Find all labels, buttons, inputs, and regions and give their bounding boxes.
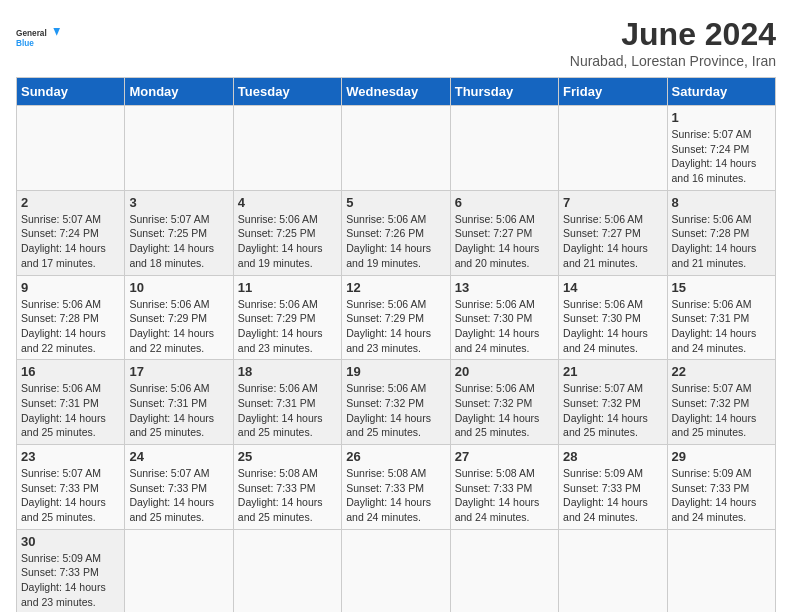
calendar-day-cell [342, 529, 450, 612]
calendar-day-cell: 29Sunrise: 5:09 AMSunset: 7:33 PMDayligh… [667, 445, 775, 530]
day-info: Sunrise: 5:06 AMSunset: 7:30 PMDaylight:… [455, 297, 554, 356]
calendar-day-cell [342, 106, 450, 191]
day-number: 1 [672, 110, 771, 125]
day-number: 2 [21, 195, 120, 210]
calendar-day-cell: 20Sunrise: 5:06 AMSunset: 7:32 PMDayligh… [450, 360, 558, 445]
calendar-day-cell [559, 106, 667, 191]
calendar-day-cell: 9Sunrise: 5:06 AMSunset: 7:28 PMDaylight… [17, 275, 125, 360]
day-number: 15 [672, 280, 771, 295]
day-info: Sunrise: 5:06 AMSunset: 7:27 PMDaylight:… [563, 212, 662, 271]
day-info: Sunrise: 5:07 AMSunset: 7:33 PMDaylight:… [129, 466, 228, 525]
calendar-day-cell: 6Sunrise: 5:06 AMSunset: 7:27 PMDaylight… [450, 190, 558, 275]
calendar-day-cell [667, 529, 775, 612]
day-number: 17 [129, 364, 228, 379]
day-number: 27 [455, 449, 554, 464]
day-info: Sunrise: 5:08 AMSunset: 7:33 PMDaylight:… [346, 466, 445, 525]
calendar-day-cell: 13Sunrise: 5:06 AMSunset: 7:30 PMDayligh… [450, 275, 558, 360]
calendar-day-cell: 25Sunrise: 5:08 AMSunset: 7:33 PMDayligh… [233, 445, 341, 530]
logo: General Blue [16, 16, 60, 60]
day-info: Sunrise: 5:07 AMSunset: 7:32 PMDaylight:… [563, 381, 662, 440]
day-number: 10 [129, 280, 228, 295]
calendar-day-cell [125, 106, 233, 191]
day-number: 30 [21, 534, 120, 549]
weekday-header-row: SundayMondayTuesdayWednesdayThursdayFrid… [17, 78, 776, 106]
calendar-day-cell: 14Sunrise: 5:06 AMSunset: 7:30 PMDayligh… [559, 275, 667, 360]
day-number: 13 [455, 280, 554, 295]
day-info: Sunrise: 5:08 AMSunset: 7:33 PMDaylight:… [238, 466, 337, 525]
day-info: Sunrise: 5:07 AMSunset: 7:25 PMDaylight:… [129, 212, 228, 271]
calendar-day-cell: 26Sunrise: 5:08 AMSunset: 7:33 PMDayligh… [342, 445, 450, 530]
calendar-day-cell: 5Sunrise: 5:06 AMSunset: 7:26 PMDaylight… [342, 190, 450, 275]
calendar-week-row: 30Sunrise: 5:09 AMSunset: 7:33 PMDayligh… [17, 529, 776, 612]
day-number: 20 [455, 364, 554, 379]
calendar-day-cell [450, 106, 558, 191]
day-info: Sunrise: 5:06 AMSunset: 7:28 PMDaylight:… [21, 297, 120, 356]
day-info: Sunrise: 5:06 AMSunset: 7:31 PMDaylight:… [238, 381, 337, 440]
calendar-day-cell [233, 106, 341, 191]
day-info: Sunrise: 5:06 AMSunset: 7:32 PMDaylight:… [346, 381, 445, 440]
calendar-day-cell: 15Sunrise: 5:06 AMSunset: 7:31 PMDayligh… [667, 275, 775, 360]
day-number: 6 [455, 195, 554, 210]
location-subheading: Nurabad, Lorestan Province, Iran [570, 53, 776, 69]
day-number: 19 [346, 364, 445, 379]
day-number: 26 [346, 449, 445, 464]
day-info: Sunrise: 5:06 AMSunset: 7:26 PMDaylight:… [346, 212, 445, 271]
calendar-day-cell: 23Sunrise: 5:07 AMSunset: 7:33 PMDayligh… [17, 445, 125, 530]
calendar-week-row: 23Sunrise: 5:07 AMSunset: 7:33 PMDayligh… [17, 445, 776, 530]
calendar-day-cell: 11Sunrise: 5:06 AMSunset: 7:29 PMDayligh… [233, 275, 341, 360]
day-info: Sunrise: 5:06 AMSunset: 7:29 PMDaylight:… [129, 297, 228, 356]
calendar-day-cell: 24Sunrise: 5:07 AMSunset: 7:33 PMDayligh… [125, 445, 233, 530]
calendar-day-cell: 30Sunrise: 5:09 AMSunset: 7:33 PMDayligh… [17, 529, 125, 612]
day-info: Sunrise: 5:06 AMSunset: 7:32 PMDaylight:… [455, 381, 554, 440]
calendar-day-cell: 18Sunrise: 5:06 AMSunset: 7:31 PMDayligh… [233, 360, 341, 445]
day-number: 4 [238, 195, 337, 210]
calendar-day-cell: 22Sunrise: 5:07 AMSunset: 7:32 PMDayligh… [667, 360, 775, 445]
day-number: 29 [672, 449, 771, 464]
day-number: 8 [672, 195, 771, 210]
calendar-table: SundayMondayTuesdayWednesdayThursdayFrid… [16, 77, 776, 612]
day-info: Sunrise: 5:06 AMSunset: 7:28 PMDaylight:… [672, 212, 771, 271]
weekday-header-sunday: Sunday [17, 78, 125, 106]
month-year-heading: June 2024 [570, 16, 776, 53]
day-info: Sunrise: 5:06 AMSunset: 7:31 PMDaylight:… [672, 297, 771, 356]
day-info: Sunrise: 5:09 AMSunset: 7:33 PMDaylight:… [21, 551, 120, 610]
day-number: 12 [346, 280, 445, 295]
weekday-header-wednesday: Wednesday [342, 78, 450, 106]
day-info: Sunrise: 5:07 AMSunset: 7:33 PMDaylight:… [21, 466, 120, 525]
calendar-day-cell [233, 529, 341, 612]
calendar-day-cell [125, 529, 233, 612]
calendar-week-row: 16Sunrise: 5:06 AMSunset: 7:31 PMDayligh… [17, 360, 776, 445]
weekday-header-monday: Monday [125, 78, 233, 106]
calendar-day-cell: 3Sunrise: 5:07 AMSunset: 7:25 PMDaylight… [125, 190, 233, 275]
weekday-header-friday: Friday [559, 78, 667, 106]
day-info: Sunrise: 5:07 AMSunset: 7:24 PMDaylight:… [672, 127, 771, 186]
day-number: 18 [238, 364, 337, 379]
calendar-day-cell [450, 529, 558, 612]
day-info: Sunrise: 5:06 AMSunset: 7:29 PMDaylight:… [238, 297, 337, 356]
svg-marker-2 [53, 28, 60, 36]
calendar-day-cell: 17Sunrise: 5:06 AMSunset: 7:31 PMDayligh… [125, 360, 233, 445]
day-info: Sunrise: 5:06 AMSunset: 7:30 PMDaylight:… [563, 297, 662, 356]
page-header: General Blue June 2024 Nurabad, Lorestan… [16, 16, 776, 69]
calendar-week-row: 9Sunrise: 5:06 AMSunset: 7:28 PMDaylight… [17, 275, 776, 360]
calendar-day-cell: 4Sunrise: 5:06 AMSunset: 7:25 PMDaylight… [233, 190, 341, 275]
day-number: 16 [21, 364, 120, 379]
calendar-day-cell: 2Sunrise: 5:07 AMSunset: 7:24 PMDaylight… [17, 190, 125, 275]
calendar-day-cell: 19Sunrise: 5:06 AMSunset: 7:32 PMDayligh… [342, 360, 450, 445]
day-number: 21 [563, 364, 662, 379]
calendar-day-cell: 27Sunrise: 5:08 AMSunset: 7:33 PMDayligh… [450, 445, 558, 530]
calendar-day-cell: 7Sunrise: 5:06 AMSunset: 7:27 PMDaylight… [559, 190, 667, 275]
day-number: 25 [238, 449, 337, 464]
day-number: 14 [563, 280, 662, 295]
day-number: 5 [346, 195, 445, 210]
day-number: 3 [129, 195, 228, 210]
day-info: Sunrise: 5:08 AMSunset: 7:33 PMDaylight:… [455, 466, 554, 525]
day-info: Sunrise: 5:09 AMSunset: 7:33 PMDaylight:… [672, 466, 771, 525]
calendar-day-cell: 1Sunrise: 5:07 AMSunset: 7:24 PMDaylight… [667, 106, 775, 191]
calendar-day-cell [559, 529, 667, 612]
weekday-header-tuesday: Tuesday [233, 78, 341, 106]
svg-text:General: General [16, 29, 47, 38]
calendar-day-cell: 10Sunrise: 5:06 AMSunset: 7:29 PMDayligh… [125, 275, 233, 360]
calendar-day-cell: 8Sunrise: 5:06 AMSunset: 7:28 PMDaylight… [667, 190, 775, 275]
day-info: Sunrise: 5:07 AMSunset: 7:24 PMDaylight:… [21, 212, 120, 271]
